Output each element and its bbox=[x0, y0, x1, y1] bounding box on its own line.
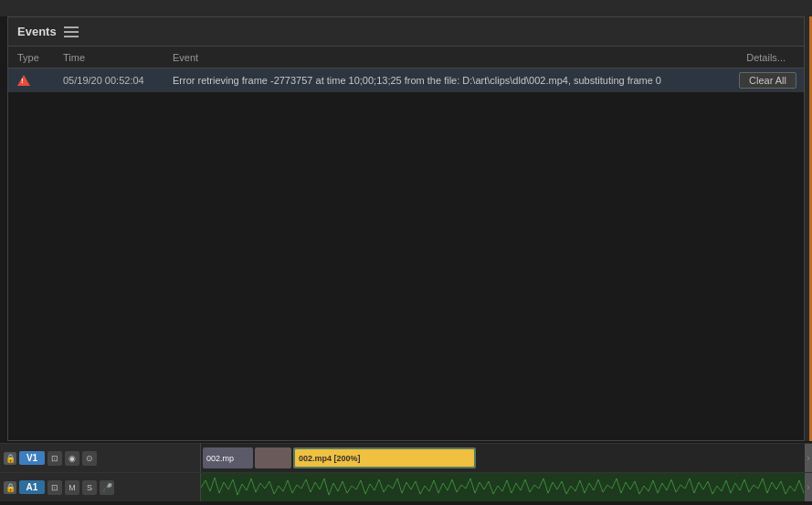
track-mute-btn-a1[interactable]: M bbox=[65, 480, 79, 495]
track-controls-v1: 🔒 V1 ⊡ ◉ ⊙ bbox=[0, 444, 201, 472]
events-panel-header: Events bbox=[8, 17, 804, 47]
clip-v1-1[interactable]: 002.mp bbox=[203, 447, 253, 468]
track-extra-icon-v1[interactable]: ⊙ bbox=[82, 451, 97, 466]
col-type-header: Type bbox=[17, 52, 63, 63]
clear-all-button[interactable]: Clear All bbox=[739, 72, 796, 89]
events-title: Events bbox=[17, 25, 57, 38]
video-clips-v1: 002.mp 002.mp4 [200%] bbox=[201, 444, 805, 472]
track-end-handle-a1[interactable]: › bbox=[805, 473, 812, 501]
track-lock-v1[interactable]: 🔒 bbox=[4, 452, 16, 465]
track-solo-btn-a1[interactable]: S bbox=[82, 480, 97, 495]
clip-label-v1-3: 002.mp4 [200%] bbox=[295, 454, 364, 463]
top-bar bbox=[0, 0, 812, 16]
clip-v1-3[interactable]: 002.mp4 [200%] bbox=[293, 447, 476, 468]
events-panel: Events Type Time Event Details... 05/19/… bbox=[7, 16, 805, 441]
track-controls-a1: 🔒 A1 ⊡ M S 🎤 bbox=[0, 473, 201, 501]
timeline-area: 🔒 V1 ⊡ ◉ ⊙ 002.mp 002.mp4 [200%] bbox=[0, 443, 812, 505]
event-type-icon bbox=[17, 75, 63, 86]
col-details-header: Details... bbox=[722, 52, 795, 63]
events-list[interactable]: 05/19/20 00:52:04 Error retrieving frame… bbox=[8, 68, 804, 440]
track-content-v1[interactable]: 002.mp 002.mp4 [200%] bbox=[201, 444, 805, 472]
event-message: Error retrieving frame -2773757 at time … bbox=[173, 75, 795, 86]
col-time-header: Time bbox=[63, 52, 173, 63]
track-row-a1: 🔒 A1 ⊡ M S 🎤 › bbox=[0, 472, 812, 501]
clip-v1-2[interactable] bbox=[255, 447, 291, 468]
track-label-a1: A1 bbox=[19, 480, 45, 494]
col-event-header: Event bbox=[173, 52, 722, 63]
track-row-v1: 🔒 V1 ⊡ ◉ ⊙ 002.mp 002.mp4 [200%] bbox=[0, 443, 812, 472]
waveform-svg bbox=[201, 473, 805, 501]
track-eye-icon-v1[interactable]: ◉ bbox=[65, 451, 79, 466]
clip-label-v1-1: 002.mp bbox=[203, 454, 237, 463]
track-content-a1[interactable] bbox=[201, 473, 805, 501]
svg-rect-0 bbox=[201, 473, 805, 501]
warning-triangle-icon bbox=[17, 75, 30, 86]
track-label-v1: V1 bbox=[19, 451, 45, 465]
track-sync-icon-a1[interactable]: ⊡ bbox=[47, 480, 62, 495]
track-mic-icon-a1[interactable]: 🎤 bbox=[100, 480, 114, 495]
track-end-handle-v1[interactable]: › bbox=[805, 444, 812, 472]
clip-inner-v1-3: 002.mp4 [200%] bbox=[295, 449, 474, 467]
table-row[interactable]: 05/19/20 00:52:04 Error retrieving frame… bbox=[8, 68, 804, 92]
event-timestamp: 05/19/20 00:52:04 bbox=[63, 75, 173, 86]
track-sync-icon-v1[interactable]: ⊡ bbox=[47, 451, 62, 466]
events-column-headers: Type Time Event Details... bbox=[8, 47, 804, 68]
track-lock-a1[interactable]: 🔒 bbox=[4, 481, 16, 494]
hamburger-icon[interactable] bbox=[64, 26, 79, 37]
